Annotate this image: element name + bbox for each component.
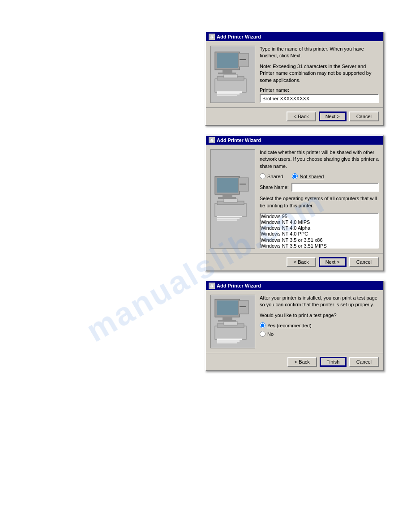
dialog3-footer: < Back Finish Cancel: [206, 353, 383, 370]
dialog1: 🖨 Add Printer Wizard: [205, 31, 384, 126]
listbox-item[interactable]: Windows NT 3.5 or 3.51 MIPS: [261, 243, 378, 249]
not-shared-label: Not shared: [300, 174, 324, 179]
svg-rect-23: [217, 219, 237, 221]
dialog2-icon: 🖨: [209, 137, 215, 143]
dialog2-next-button[interactable]: Next >: [319, 257, 347, 267]
svg-rect-22: [217, 218, 240, 219]
dialog3-back-button[interactable]: < Back: [287, 357, 317, 367]
dialog1-note: Note: Exceeding 31 characters in the Ser…: [260, 63, 379, 84]
svg-rect-28: [239, 300, 248, 314]
svg-rect-10: [217, 93, 240, 94]
dialog2-titlebar: 🖨 Add Printer Wizard: [206, 136, 383, 145]
svg-rect-9: [217, 91, 242, 93]
dialog3-body: After your printer is installed, you can…: [206, 290, 383, 353]
svg-rect-15: [218, 197, 236, 199]
svg-rect-20: [224, 199, 237, 202]
dialog1-back-button[interactable]: < Back: [287, 112, 316, 121]
page-container: 🖨 Add Printer Wizard: [0, 0, 411, 398]
not-shared-radio[interactable]: [292, 173, 298, 179]
dialog3-illustration: [210, 295, 255, 348]
dialog1-footer: < Back Next > Cancel: [206, 107, 383, 125]
svg-rect-11: [217, 95, 237, 96]
dialog1-icon: 🖨: [209, 34, 215, 40]
yes-label: Yes (recommended): [267, 323, 312, 328]
svg-rect-35: [217, 342, 237, 343]
dialog3-titlebar: 🖨 Add Printer Wizard: [206, 281, 383, 290]
dialog1-titlebar: 🖨 Add Printer Wizard: [206, 32, 383, 41]
dialog2-illustration: [210, 149, 255, 249]
share-name-label: Share Name:: [260, 184, 289, 190]
no-label: No: [267, 331, 274, 337]
dialog1-title: Add Printer Wizard: [217, 34, 261, 39]
dialog3-title: Add Printer Wizard: [217, 283, 261, 288]
svg-rect-4: [239, 53, 248, 67]
dialog1-content: Type in the name of this printer. When y…: [260, 46, 379, 103]
dialog3-description: After your printer is installed, you can…: [260, 295, 379, 309]
svg-rect-27: [218, 320, 236, 322]
svg-rect-2: [223, 70, 232, 73]
svg-rect-33: [217, 339, 242, 340]
listbox-item[interactable]: Windows NT 4.0 Alpha: [261, 225, 378, 231]
svg-rect-30: [215, 326, 246, 339]
svg-rect-13: [217, 178, 238, 193]
dialog2-footer: < Back Next > Cancel: [206, 253, 383, 270]
not-shared-option[interactable]: Not shared: [292, 173, 324, 179]
os-listbox[interactable]: Windows 95 Windows NT 4.0 MIPS Windows N…: [260, 213, 379, 249]
dialog3-question: Would you like to print a test page?: [260, 312, 379, 319]
svg-rect-1: [217, 53, 238, 68]
svg-rect-8: [224, 74, 237, 78]
listbox-item[interactable]: Windows 95: [261, 214, 378, 219]
dialog2-back-button[interactable]: < Back: [287, 257, 316, 267]
yes-option[interactable]: Yes (recommended): [260, 322, 379, 328]
dialog1-next-button[interactable]: Next >: [319, 112, 347, 121]
dialog1-cancel-button[interactable]: Cancel: [349, 112, 379, 121]
dialog2-content: Indicate whether this printer will be sh…: [260, 149, 379, 249]
svg-rect-25: [217, 300, 238, 315]
dialog3: 🖨 Add Printer Wizard: [205, 280, 384, 371]
share-name-input[interactable]: [291, 183, 379, 192]
dialog2-body: Indicate whether this printer will be sh…: [206, 145, 383, 253]
printer-name-input[interactable]: [260, 94, 379, 103]
no-radio[interactable]: [260, 331, 265, 337]
svg-rect-34: [217, 340, 240, 342]
svg-rect-18: [215, 203, 246, 217]
dialog2-cancel-button[interactable]: Cancel: [349, 257, 379, 267]
printer-name-label: Printer name:: [260, 87, 379, 93]
dialog3-icon: 🖨: [209, 283, 215, 289]
dialog3-cancel-button[interactable]: Cancel: [349, 357, 379, 367]
svg-rect-14: [223, 194, 232, 197]
dialog1-illustration: [210, 46, 255, 103]
listbox-item[interactable]: Windows NT 4.0 MIPS: [261, 219, 378, 225]
dialog1-description: Type in the name of this printer. When y…: [260, 46, 379, 60]
dialog2: 🖨 Add Printer Wizard: [205, 135, 384, 271]
dialog1-body: Type in the name of this printer. When y…: [206, 41, 383, 107]
dialog3-content: After your printer is installed, you can…: [260, 295, 379, 348]
sharing-radio-group: Shared Not shared: [260, 173, 379, 179]
svg-rect-26: [223, 317, 232, 320]
svg-rect-21: [217, 216, 242, 217]
shared-label: Shared: [267, 174, 283, 179]
shared-option[interactable]: Shared: [260, 173, 283, 179]
svg-rect-16: [239, 178, 248, 191]
svg-rect-6: [215, 79, 246, 92]
listbox-item[interactable]: Windows NT 4.0 PPC: [261, 231, 378, 237]
dialog2-description: Indicate whether this printer will be sh…: [260, 149, 379, 170]
dialog2-title: Add Printer Wizard: [217, 137, 261, 143]
shared-radio[interactable]: [260, 173, 265, 179]
yes-radio[interactable]: [260, 322, 265, 328]
svg-rect-3: [218, 73, 236, 74]
dialog3-finish-button[interactable]: Finish: [320, 357, 347, 367]
no-option[interactable]: No: [260, 331, 379, 337]
listbox-item[interactable]: Windows NT 3.5 or 3.51 x86: [261, 237, 378, 243]
os-description: Select the operating systems of all comp…: [260, 195, 379, 209]
share-name-row: Share Name:: [260, 183, 379, 192]
svg-rect-32: [224, 322, 237, 325]
